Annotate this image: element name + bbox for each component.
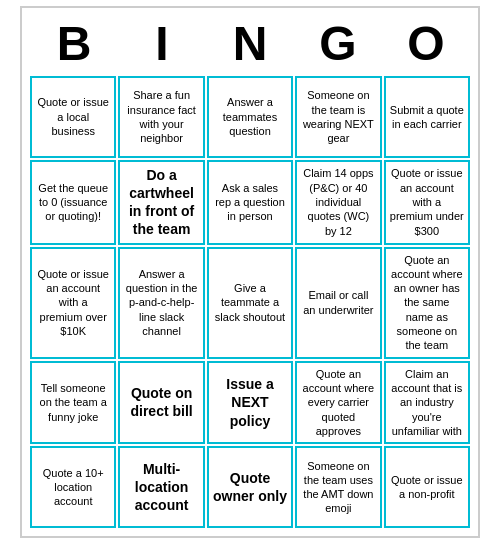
bingo-cell-15[interactable]: Tell someone on the team a funny joke bbox=[30, 361, 116, 444]
bingo-letter-o: O bbox=[382, 16, 470, 72]
bingo-cell-17[interactable]: Issue a NEXT policy bbox=[207, 361, 293, 444]
bingo-letter-g: G bbox=[294, 16, 382, 72]
bingo-cell-13[interactable]: Email or call an underwriter bbox=[295, 247, 381, 359]
bingo-cell-8[interactable]: Claim 14 opps (P&C) or 40 individual quo… bbox=[295, 160, 381, 245]
bingo-cell-1[interactable]: Share a fun insurance fact with your nei… bbox=[118, 76, 204, 158]
bingo-cell-19[interactable]: Claim an account that is an industry you… bbox=[384, 361, 470, 444]
bingo-cell-3[interactable]: Someone on the team is wearing NEXT gear bbox=[295, 76, 381, 158]
bingo-cell-5[interactable]: Get the queue to 0 (issuance or quoting)… bbox=[30, 160, 116, 245]
bingo-cell-11[interactable]: Answer a question in the p-and-c-help-li… bbox=[118, 247, 204, 359]
bingo-cell-10[interactable]: Quote or issue an account with a premium… bbox=[30, 247, 116, 359]
bingo-cell-24[interactable]: Quote or issue a non-profit bbox=[384, 446, 470, 528]
bingo-cell-16[interactable]: Quote on direct bill bbox=[118, 361, 204, 444]
bingo-cell-12[interactable]: Give a teammate a slack shoutout bbox=[207, 247, 293, 359]
bingo-cell-18[interactable]: Quote an account where every carrier quo… bbox=[295, 361, 381, 444]
bingo-letter-b: B bbox=[30, 16, 118, 72]
bingo-cell-9[interactable]: Quote or issue an account with a premium… bbox=[384, 160, 470, 245]
bingo-cell-14[interactable]: Quote an account where an owner has the … bbox=[384, 247, 470, 359]
bingo-cell-6[interactable]: Do a cartwheel in front of the team bbox=[118, 160, 204, 245]
bingo-cell-20[interactable]: Quote a 10+ location account bbox=[30, 446, 116, 528]
bingo-header: BINGO bbox=[30, 16, 470, 72]
bingo-grid: Quote or issue a local businessShare a f… bbox=[30, 76, 470, 528]
bingo-cell-0[interactable]: Quote or issue a local business bbox=[30, 76, 116, 158]
bingo-letter-i: I bbox=[118, 16, 206, 72]
bingo-cell-4[interactable]: Submit a quote in each carrier bbox=[384, 76, 470, 158]
bingo-card: BINGO Quote or issue a local businessSha… bbox=[20, 6, 480, 538]
bingo-cell-23[interactable]: Someone on the team uses the AMT down em… bbox=[295, 446, 381, 528]
bingo-cell-7[interactable]: Ask a sales rep a question in person bbox=[207, 160, 293, 245]
bingo-cell-21[interactable]: Multi-location account bbox=[118, 446, 204, 528]
bingo-letter-n: N bbox=[206, 16, 294, 72]
bingo-cell-2[interactable]: Answer a teammates question bbox=[207, 76, 293, 158]
bingo-cell-22[interactable]: Quote owner only bbox=[207, 446, 293, 528]
